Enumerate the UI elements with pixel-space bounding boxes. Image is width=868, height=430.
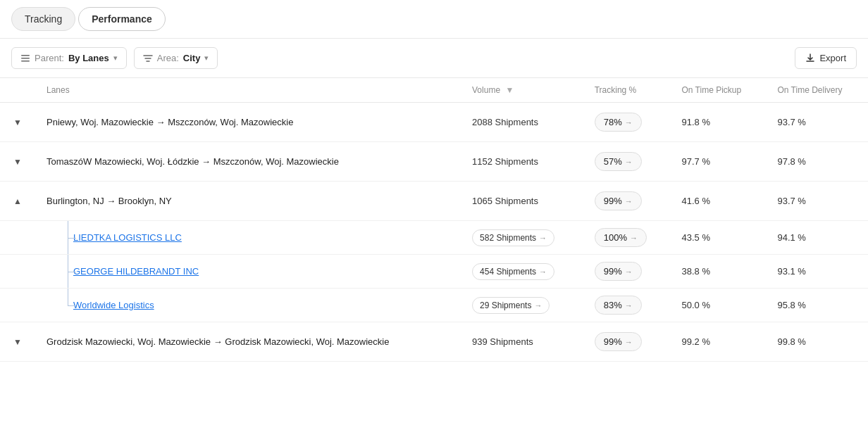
lane-name: Grodzisk Mazowiecki, Woj. Mazowieckie → … [46,336,389,347]
lane-cell: Grodzisk Mazowiecki, Woj. Mazowieckie → … [35,322,461,362]
area-filter[interactable]: Area: City ▾ [134,47,218,69]
delivery-value: 97.8 % [777,156,805,167]
svg-rect-0 [21,55,30,56]
tracking-cell: 57% → [583,142,671,182]
sub-lane-link[interactable]: LIEDTKA LOGISTICS LLC [73,232,182,243]
th-delivery: On Time Delivery [766,78,868,103]
lane-name: Pniewy, Woj. Mazowieckie → Mszczonów, Wo… [46,117,293,127]
parent-filter-value: By Lanes [68,53,109,63]
table-row: ▼ Grodzisk Mazowiecki, Woj. Mazowieckie … [0,322,868,362]
sub-tracking-cell: 100% → [583,221,671,255]
volume-arrow-icon: → [534,301,542,310]
sub-tracking-arrow-icon: → [630,234,638,242]
sub-delivery-cell: 94.1 % [766,221,868,255]
expand-cell[interactable]: ▲ [0,182,35,221]
chevron-down-icon[interactable]: ▼ [11,116,24,129]
th-pickup: On Time Pickup [670,78,766,103]
th-tracking: Tracking % [583,78,671,103]
delivery-cell: 93.7 % [766,182,868,221]
table-header-row: Lanes Volume ▼ Tracking % On Time Pickup… [0,78,868,103]
sub-volume-cell: 29 Shipments → [461,289,583,322]
delivery-value: 99.8 % [777,336,805,347]
tab-performance[interactable]: Performance [78,7,166,31]
pickup-value: 91.8 % [681,117,709,127]
sort-icon: ▼ [505,85,514,95]
tracking-badge[interactable]: 99% → [595,332,642,351]
pickup-cell: 91.8 % [670,103,766,142]
sub-lane-cell: GEORGE HILDEBRANDT INC [35,255,461,289]
sub-pickup-value: 43.5 % [681,232,709,243]
volume-cell: 1065 Shipments [461,182,583,221]
sub-pickup-cell: 50.0 % [670,289,766,322]
parent-filter-chevron: ▾ [113,53,118,63]
sub-delivery-cell: 95.8 % [766,289,868,322]
delivery-value: 93.7 % [777,196,805,206]
lane-cell: Burlington, NJ → Brooklyn, NY [35,182,461,221]
volume-cell: 939 Shipments [461,322,583,362]
tracking-arrow-icon: → [625,197,633,205]
sub-tracking-arrow-icon: → [625,301,633,310]
export-label: Export [819,53,846,63]
tracking-badge[interactable]: 99% → [595,191,642,210]
tracking-badge[interactable]: 78% → [595,113,642,132]
table-row: Worldwide Logistics 29 Shipments → 83% →… [0,289,868,322]
chevron-down-icon[interactable]: ▼ [11,336,24,348]
tracking-cell: 99% → [583,182,671,221]
sub-volume-badge[interactable]: 582 Shipments → [472,229,554,246]
parent-filter[interactable]: Parent: By Lanes ▾ [11,47,127,69]
delivery-cell: 93.7 % [766,103,868,142]
sub-lane-name: GEORGE HILDEBRANDT INC [73,266,199,277]
chevron-down-icon[interactable]: ▼ [11,156,24,168]
sub-lane-cell: LIEDTKA LOGISTICS LLC [35,221,461,255]
sub-pickup-value: 38.8 % [681,266,709,277]
sub-lane-cell: Worldwide Logistics [35,289,461,322]
tab-bar: Tracking Performance [0,0,868,39]
sub-volume-cell: 582 Shipments → [461,221,583,255]
sub-expand-cell [0,289,35,322]
lane-name: Burlington, NJ → Brooklyn, NY [46,196,172,206]
table-row: ▼ Pniewy, Woj. Mazowieckie → Mszczonów, … [0,103,868,142]
tab-tracking[interactable]: Tracking [11,7,75,31]
pickup-cell: 41.6 % [670,182,766,221]
table-row: GEORGE HILDEBRANDT INC 454 Shipments → 9… [0,255,868,289]
volume-cell: 2088 Shipments [461,103,583,142]
sub-lane-link[interactable]: GEORGE HILDEBRANDT INC [73,266,199,277]
sub-volume-cell: 454 Shipments → [461,255,583,289]
filter-icon [143,53,153,63]
volume-value: 2088 Shipments [472,117,538,127]
tracking-cell: 78% → [583,103,671,142]
volume-value: 1065 Shipments [472,196,538,206]
th-volume[interactable]: Volume ▼ [461,78,583,103]
expand-cell[interactable]: ▼ [0,322,35,362]
expand-cell[interactable]: ▼ [0,103,35,142]
sub-expand-cell [0,221,35,255]
lane-cell: TomaszóW Mazowiecki, Woj. Łódzkie → Mszc… [35,142,461,182]
tracking-cell: 99% → [583,322,671,362]
sub-tracking-arrow-icon: → [625,267,633,276]
sub-lane-name: Worldwide Logistics [73,300,154,310]
list-icon [20,53,30,63]
sub-pickup-cell: 43.5 % [670,221,766,255]
sub-tracking-cell: 99% → [583,255,671,289]
sub-tracking-badge[interactable]: 100% → [595,228,647,247]
tracking-arrow-icon: → [625,118,633,127]
sub-tracking-badge[interactable]: 83% → [595,296,642,315]
sub-tracking-cell: 83% → [583,289,671,322]
volume-cell: 1152 Shipments [461,142,583,182]
sub-delivery-value: 93.1 % [777,266,805,277]
sub-lane-link[interactable]: Worldwide Logistics [73,300,154,310]
th-lanes: Lanes [35,78,461,103]
sub-tracking-badge[interactable]: 99% → [595,262,642,281]
svg-rect-2 [21,61,30,62]
th-expand [0,78,35,103]
table-row: ▼ TomaszóW Mazowiecki, Woj. Łódzkie → Ms… [0,142,868,182]
sub-volume-badge[interactable]: 454 Shipments → [472,263,554,280]
parent-filter-label: Parent: [35,53,64,63]
sub-volume-badge[interactable]: 29 Shipments → [472,297,550,314]
export-button[interactable]: Export [795,47,857,69]
area-filter-chevron: ▾ [204,53,209,63]
chevron-up-icon[interactable]: ▲ [11,195,24,208]
delivery-cell: 99.8 % [766,322,868,362]
expand-cell[interactable]: ▼ [0,142,35,182]
tracking-badge[interactable]: 57% → [595,152,642,171]
